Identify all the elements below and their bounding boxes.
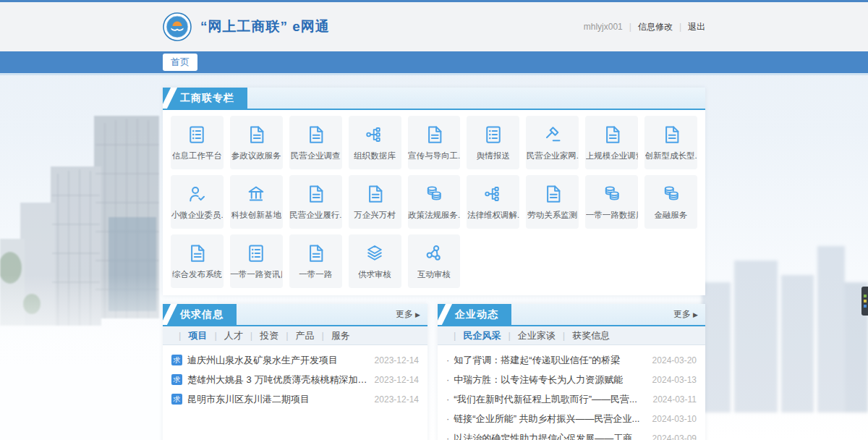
panel-title-tab: 工商联专栏 (163, 88, 247, 109)
app-tile-label: 舆情报送 (477, 151, 510, 161)
app-tile[interactable]: 金融服务 (644, 175, 697, 229)
news-more-link[interactable]: 更多 ▶ (666, 304, 705, 325)
app-tile[interactable]: 一带一路数据库 (585, 175, 638, 229)
supply-tab[interactable]: 产品 (278, 329, 314, 342)
app-tile-label: 政策法规服务... (408, 210, 460, 221)
orgchart-icon (482, 183, 504, 205)
panel-header: 企业动态 更多 ▶ (438, 304, 705, 326)
doc-icon (601, 124, 623, 145)
item-title: 迪庆州山泉水及矿泉水生产开发项目 (187, 354, 367, 367)
app-tile[interactable]: 民营企业家网... (526, 116, 579, 169)
federation-column-panel: 工商联专栏 信息工作平台 参政议政服务 民营企业调查 (163, 88, 705, 295)
app-tile[interactable]: 参政议政服务 (230, 116, 283, 169)
news-tab[interactable]: 获奖信息 (556, 329, 610, 342)
panel-title-tab: 供求信息 (163, 304, 237, 325)
news-tab[interactable]: 民企风采 (446, 329, 501, 342)
item-title: 链接“企业所能” 共助乡村振兴——民营企业... (446, 412, 645, 426)
nodes-icon (423, 242, 445, 264)
item-date: 2024-03-10 (652, 414, 697, 424)
main-navbar: 首页 (0, 51, 868, 75)
item-date: 2023-12-14 (375, 394, 419, 405)
app-tile-label: 万企兴万村 (354, 210, 396, 221)
news-tab[interactable]: 企业家谈 (501, 329, 555, 342)
list-icon (186, 124, 208, 145)
floating-widget[interactable] (861, 287, 868, 316)
doc-icon (186, 242, 208, 264)
item-date: 2024-03-13 (652, 375, 697, 385)
app-tile-label: 法律维权调解... (467, 210, 519, 221)
panel-header: 供求信息 更多 ▶ (163, 304, 427, 326)
app-tile[interactable]: 供求审核 (349, 234, 401, 288)
app-tile-label: 劳动关系监测 (527, 210, 577, 221)
logout-link[interactable]: 退出 (688, 21, 705, 33)
separator: | (629, 22, 631, 32)
supply-tab-bar: 项目人才投资产品服务 (163, 326, 427, 345)
item-title: 中瑞方胜：以专注铸专长为人力资源赋能 (446, 373, 645, 386)
app-tile[interactable]: 劳动关系监测 (526, 175, 579, 229)
app-tile-label: 一带一路资讯库 (230, 269, 282, 280)
supply-tab[interactable]: 服务 (315, 329, 350, 342)
doc-icon (660, 124, 682, 145)
app-tile[interactable]: 一带一路资讯库 (230, 234, 283, 288)
nav-item-home[interactable]: 首页 (163, 54, 197, 71)
main-content: 工商联专栏 信息工作平台 参政议政服务 民营企业调查 (163, 88, 705, 440)
app-tile[interactable]: 舆情报送 (467, 116, 519, 169)
news-list-item[interactable]: 链接“企业所能” 共助乡村振兴——民营企业... 2024-03-10 (446, 409, 697, 428)
app-tile[interactable]: 小微企业委员... (171, 175, 224, 229)
demand-badge: 求 (171, 355, 182, 365)
item-title: 昆明市东川区东川港二期项目 (187, 393, 367, 406)
app-tile[interactable]: 民营企业履行... (289, 175, 342, 229)
app-tile[interactable]: 综合发布系统 (171, 234, 224, 288)
supply-tab[interactable]: 项目 (171, 329, 207, 342)
app-tile[interactable]: 组织数据库 (349, 116, 401, 169)
app-tile[interactable]: 政策法规服务... (408, 175, 461, 229)
app-tile[interactable]: 一带一路 (289, 234, 342, 288)
app-tile[interactable]: 信息工作平台 (171, 116, 224, 169)
supply-tab[interactable]: 投资 (243, 329, 278, 342)
layers-icon (364, 242, 386, 264)
supply-list-item[interactable]: 求 昆明市东川区东川港二期项目 2023-12-14 (171, 389, 419, 409)
modify-info-link[interactable]: 信息修改 (638, 21, 673, 33)
list-icon (245, 242, 267, 264)
supply-list: 求 迪庆州山泉水及矿泉水生产开发项目 2023-12-14 求 楚雄州大姚县 3… (163, 345, 427, 409)
app-tile-label: 一带一路数据库 (586, 210, 638, 221)
news-list-item[interactable]: “我们在新时代新征程上凯歌而行”——民营... 2024-03-11 (446, 389, 697, 409)
news-list-item[interactable]: 以法治的确定性助力提信心促发展——工商联... 2024-03-09 (446, 428, 697, 440)
panel-header: 工商联专栏 (163, 88, 705, 110)
supply-list-item[interactable]: 求 迪庆州山泉水及矿泉水生产开发项目 2023-12-14 (171, 350, 419, 370)
supply-more-link[interactable]: 更多 ▶ (388, 304, 427, 325)
news-list: 知了背调：搭建起“传递职业信任”的桥梁 2024-03-20 中瑞方胜：以专注铸… (438, 345, 705, 440)
app-tile[interactable]: 创新型成长型... (644, 116, 697, 169)
federation-logo-icon (163, 12, 192, 41)
item-title: 以法治的确定性助力提信心促发展——工商联... (446, 432, 645, 440)
item-title: “我们在新时代新征程上凯歌而行”——民营... (446, 393, 646, 406)
app-tile[interactable]: 万企兴万村 (349, 175, 401, 229)
app-tile[interactable]: 互动审核 (408, 234, 461, 288)
supply-list-item[interactable]: 求 楚雄州大姚县 3 万吨优质薄壳核桃精深加工及科... 2023-12-14 (171, 370, 419, 389)
app-tile-label: 宣传与导向工... (408, 151, 460, 161)
item-date: 2024-03-11 (653, 394, 697, 405)
app-tile-label: 民营企业履行... (289, 210, 341, 221)
site-title: “网上工商联” e网通 (200, 17, 330, 36)
app-tile[interactable]: 法律维权调解... (467, 175, 519, 229)
app-tile-label: 组织数据库 (354, 151, 396, 161)
orgchart-icon (364, 124, 386, 145)
app-tile-label: 科技创新基地 (231, 210, 281, 221)
supply-demand-panel: 供求信息 更多 ▶ 项目人才投资产品服务 求 迪庆州山泉水及矿泉水生产开发项目 … (163, 304, 427, 440)
news-tab-bar: 民企风采企业家谈获奖信息 (438, 326, 705, 345)
database-icon (601, 183, 623, 205)
demand-badge: 求 (171, 394, 182, 405)
site-header: “网上工商联” e网通 mhlyjx001 | 信息修改 | 退出 (0, 2, 868, 51)
supply-tab[interactable]: 人才 (207, 329, 242, 342)
news-list-item[interactable]: 知了背调：搭建起“传递职业信任”的桥梁 2024-03-20 (446, 350, 697, 370)
item-date: 2024-03-09 (652, 433, 697, 440)
news-list-item[interactable]: 中瑞方胜：以专注铸专长为人力资源赋能 2024-03-13 (446, 370, 697, 389)
database-icon (660, 183, 682, 205)
app-tile[interactable]: 上规模企业调查 (585, 116, 638, 169)
app-tile[interactable]: 宣传与导向工... (408, 116, 461, 169)
app-tile-label: 信息工作平台 (172, 151, 222, 161)
app-tile[interactable]: 民营企业调查 (289, 116, 342, 169)
app-tile[interactable]: 科技创新基地 (230, 175, 283, 229)
list-icon (482, 124, 504, 145)
item-date: 2023-12-14 (375, 355, 419, 365)
